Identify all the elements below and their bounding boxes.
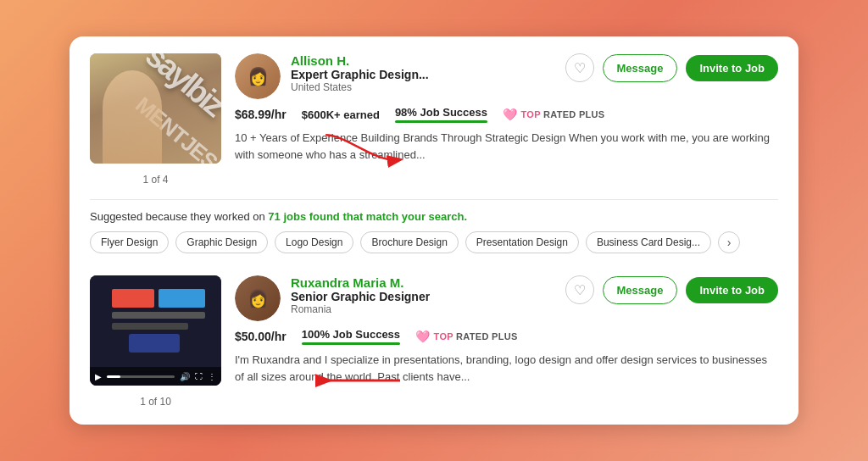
card2-name: Ruxandra Maria M. — [291, 275, 555, 290]
card1-message-button[interactable]: Message — [603, 54, 678, 82]
card2-message-button[interactable]: Message — [603, 276, 678, 304]
card2-job-success: 100% Job Success — [302, 328, 400, 345]
card2-description: I'm Ruxandra and I specialize in present… — [235, 352, 778, 385]
card1-top-rated-badge: 🩷 top RATED PLUS — [503, 108, 604, 121]
tag-business-card-design[interactable]: Business Card Desig... — [586, 231, 711, 253]
tags-chevron-right[interactable]: › — [718, 231, 740, 253]
card2-info: 👩 Ruxandra Maria M. Senior Graphic Desig… — [235, 275, 778, 408]
card1-thumbnail: saylbiz MENTJES — [90, 53, 221, 164]
freelancer-card-1: saylbiz MENTJES 1 of 4 👩 Allison H. Expe… — [90, 53, 778, 200]
volume-icon[interactable]: 🔊 — [180, 372, 190, 381]
card2-title: Senior Graphic Designer — [291, 290, 555, 303]
card1-stats: $68.99/hr $600K+ earned 98% Job Success … — [235, 106, 778, 123]
suggested-link[interactable]: 71 jobs found that match your search. — [268, 210, 467, 223]
top-rated-heart-icon: 🩷 — [503, 108, 518, 121]
card2-thumbnail: ▶ 🔊 ⛶ ⋮ — [90, 275, 221, 386]
tag-logo-design[interactable]: Logo Design — [275, 231, 353, 253]
card1-counter: 1 of 4 — [142, 174, 168, 186]
card2-name-location: Ruxandra Maria M. Senior Graphic Designe… — [291, 275, 555, 315]
card2-stats: $50.00/hr 100% Job Success 🩷 Top RATED P… — [235, 328, 778, 345]
card1-avatar: 👩 — [235, 53, 281, 99]
card2-top-rated-heart-icon: 🩷 — [415, 330, 431, 343]
card1-earned: $600K+ earned — [302, 108, 380, 121]
card2-location: Romania — [291, 303, 555, 315]
card1-actions: ♡ Message Invite to Job — [565, 53, 778, 82]
tag-brochure-design[interactable]: Brochure Design — [360, 231, 458, 253]
tag-flyer-design[interactable]: Flyer Design — [90, 231, 169, 253]
tags-row: Flyer Design Graphic Design Logo Design … — [90, 231, 778, 253]
card2-actions: ♡ Message Invite to Job — [565, 275, 778, 304]
card1-info: 👩 Allison H. Expert Graphic Design... Un… — [235, 53, 778, 186]
play-icon[interactable]: ▶ — [95, 372, 102, 381]
card2-top-rated-text: Top RATED PLus — [434, 331, 518, 342]
card1-title: Expert Graphic Design... — [291, 68, 555, 81]
freelancer-card-2: ▶ 🔊 ⛶ ⋮ 1 of 10 👩 Ruxan — [90, 262, 778, 408]
main-container: saylbiz MENTJES 1 of 4 👩 Allison H. Expe… — [70, 36, 798, 425]
card2-heart-button[interactable]: ♡ — [565, 275, 594, 304]
card1-rate: $68.99/hr — [235, 108, 287, 121]
card1-description: 10 + Years of Experience Building Brands… — [235, 130, 778, 163]
card2-invite-button[interactable]: Invite to Job — [686, 277, 778, 303]
card1-top-rated-text: top RATED PLUS — [521, 109, 605, 119]
tag-graphic-design[interactable]: Graphic Design — [175, 231, 268, 253]
card1-name-location: Allison H. Expert Graphic Design... Unit… — [291, 53, 555, 93]
suggested-section: Suggested because they worked on 71 jobs… — [90, 200, 778, 262]
card2-top-rated-badge: 🩷 Top RATED PLus — [415, 330, 517, 343]
card1-invite-button[interactable]: Invite to Job — [686, 55, 778, 81]
tag-presentation-design[interactable]: Presentation Design — [465, 231, 579, 253]
card1-name: Allison H. — [291, 53, 555, 68]
card2-counter: 1 of 10 — [140, 396, 171, 408]
card2-rate: $50.00/hr — [235, 330, 287, 343]
card1-header: 👩 Allison H. Expert Graphic Design... Un… — [235, 53, 778, 99]
suggested-text: Suggested because they worked on 71 jobs… — [90, 210, 778, 223]
card1-job-success: 98% Job Success — [395, 106, 487, 123]
card2-header: 👩 Ruxandra Maria M. Senior Graphic Desig… — [235, 275, 778, 321]
more-options-icon[interactable]: ⋮ — [208, 372, 216, 381]
video-progress[interactable] — [107, 375, 175, 378]
card1-location: United States — [291, 81, 555, 93]
card2-avatar: 👩 — [235, 275, 281, 321]
fullscreen-icon[interactable]: ⛶ — [195, 372, 203, 380]
card1-heart-button[interactable]: ♡ — [565, 53, 594, 82]
